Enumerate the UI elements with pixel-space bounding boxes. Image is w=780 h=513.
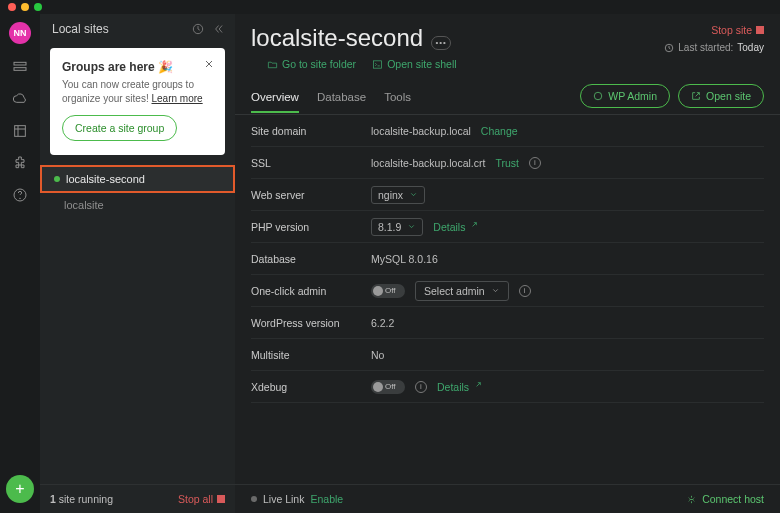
svg-rect-1	[14, 68, 26, 71]
chevron-down-icon	[409, 190, 418, 199]
collapse-icon[interactable]	[211, 22, 225, 36]
svg-rect-2	[15, 126, 26, 137]
row-wp-version: WordPress version 6.2.2	[251, 307, 764, 339]
clock-icon	[664, 43, 674, 53]
row-xdebug: Xdebug Off i Details	[251, 371, 764, 403]
groups-banner: Groups are here 🎉 You can now create gro…	[50, 48, 225, 155]
one-click-toggle[interactable]: Off	[371, 284, 405, 298]
stop-icon	[217, 495, 225, 503]
avatar[interactable]: NN	[9, 22, 31, 44]
xdebug-toggle[interactable]: Off	[371, 380, 405, 394]
php-version-select[interactable]: 8.1.9	[371, 218, 423, 236]
row-database: Database MySQL 8.0.16	[251, 243, 764, 275]
sort-icon[interactable]	[191, 22, 205, 36]
page-title: localsite-second	[251, 24, 423, 52]
learn-more-link[interactable]: Learn more	[152, 93, 203, 104]
site-menu-button[interactable]: •••	[431, 36, 451, 50]
sidebar: Local sites Groups are here 🎉 You can no…	[40, 14, 235, 513]
sidebar-title: Local sites	[52, 22, 185, 36]
tab-tools[interactable]: Tools	[384, 85, 411, 113]
last-started-label: Last started: Today	[664, 42, 764, 53]
chevron-down-icon	[407, 222, 416, 231]
row-site-domain: Site domain localsite-backup.localChange	[251, 115, 764, 147]
wp-admin-button[interactable]: WP Admin	[580, 84, 670, 108]
sidebar-footer: 1 site running Stop all	[40, 484, 235, 513]
overview-table: Site domain localsite-backup.localChange…	[235, 115, 780, 403]
live-link-status-dot	[251, 496, 257, 502]
svg-rect-6	[374, 60, 382, 67]
open-site-button[interactable]: Open site	[678, 84, 764, 108]
add-site-button[interactable]: +	[6, 475, 34, 503]
xdebug-details-link[interactable]: Details	[437, 381, 482, 393]
go-to-folder-link[interactable]: Go to site folder	[267, 58, 356, 70]
row-multisite: Multisite No	[251, 339, 764, 371]
info-icon[interactable]: i	[415, 381, 427, 393]
tab-database[interactable]: Database	[317, 85, 366, 113]
window-minimize-dot[interactable]	[21, 3, 29, 11]
sites-running-label: 1 site running	[50, 493, 178, 505]
window-zoom-dot[interactable]	[34, 3, 42, 11]
row-ssl: SSL localsite-backup.local.crtTrusti	[251, 147, 764, 179]
row-php-version: PHP version 8.1.9 Details	[251, 211, 764, 243]
stop-site-button[interactable]: Stop site	[711, 24, 764, 36]
connect-host-button[interactable]: Connect host	[686, 493, 764, 505]
site-item-localsite[interactable]: localsite	[40, 193, 235, 217]
tab-overview[interactable]: Overview	[251, 85, 299, 113]
row-web-server: Web server nginx	[251, 179, 764, 211]
svg-point-4	[20, 198, 21, 199]
site-list: localsite-second localsite	[40, 165, 235, 484]
window-close-dot[interactable]	[8, 3, 16, 11]
main-panel: localsite-second ••• Go to site folder O…	[235, 14, 780, 513]
cloud-icon[interactable]	[11, 90, 29, 108]
blueprints-icon[interactable]	[11, 122, 29, 140]
web-server-select[interactable]: nginx	[371, 186, 425, 204]
live-link-label: Live Link	[263, 493, 304, 505]
window-titlebar	[0, 0, 780, 14]
banner-subtitle: You can now create groups to organize yo…	[62, 78, 213, 105]
main-footer: Live Link Enable Connect host	[235, 484, 780, 513]
select-admin-dropdown[interactable]: Select admin	[415, 281, 509, 301]
create-group-button[interactable]: Create a site group	[62, 115, 177, 141]
status-dot-running	[54, 176, 60, 182]
open-shell-link[interactable]: Open site shell	[372, 58, 456, 70]
svg-point-8	[594, 92, 602, 100]
stop-icon	[756, 26, 764, 34]
info-icon[interactable]: i	[519, 285, 531, 297]
banner-title: Groups are here 🎉	[62, 60, 213, 74]
info-icon[interactable]: i	[529, 157, 541, 169]
site-item-localsite-second[interactable]: localsite-second	[40, 165, 235, 193]
row-one-click-admin: One-click admin Off Select admin i	[251, 275, 764, 307]
trust-link[interactable]: Trust	[495, 157, 519, 169]
site-item-label: localsite-second	[66, 173, 145, 185]
svg-rect-0	[14, 62, 26, 65]
chevron-down-icon	[491, 286, 500, 295]
stop-all-button[interactable]: Stop all	[178, 493, 225, 505]
close-icon[interactable]	[203, 58, 215, 70]
sites-icon[interactable]	[11, 58, 29, 76]
help-icon[interactable]	[11, 186, 29, 204]
change-link[interactable]: Change	[481, 125, 518, 137]
site-item-label: localsite	[64, 199, 104, 211]
enable-live-link[interactable]: Enable	[310, 493, 343, 505]
addons-icon[interactable]	[11, 154, 29, 172]
php-details-link[interactable]: Details	[433, 221, 478, 233]
nav-iconbar: NN +	[0, 14, 40, 513]
